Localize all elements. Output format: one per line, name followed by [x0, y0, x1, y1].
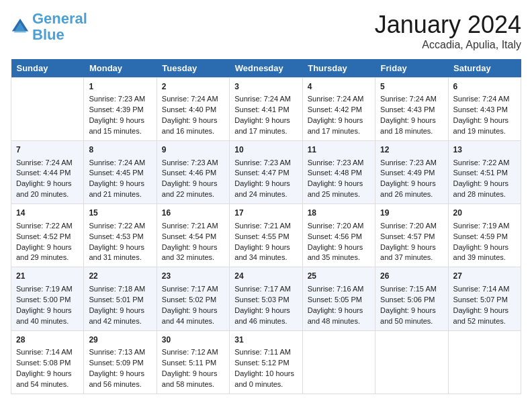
calendar-cell: 18Sunrise: 7:20 AMSunset: 4:56 PMDayligh… — [302, 204, 375, 267]
calendar-cell: 31Sunrise: 7:11 AMSunset: 5:12 PMDayligh… — [230, 330, 302, 394]
calendar-cell: 28Sunrise: 7:14 AMSunset: 5:08 PMDayligh… — [11, 330, 84, 394]
day-info: and 52 minutes. — [453, 316, 516, 327]
day-info: Sunrise: 7:13 AM — [89, 347, 151, 358]
day-info: Daylight: 9 hours — [234, 179, 297, 189]
day-number: 8 — [89, 144, 151, 156]
weekday-thursday: Thursday — [302, 59, 375, 78]
day-number: 28 — [16, 334, 79, 346]
day-info: Daylight: 9 hours — [308, 179, 370, 189]
day-info: Sunrise: 7:19 AM — [453, 221, 516, 232]
day-info: Sunset: 4:51 PM — [453, 168, 516, 179]
day-info: Sunset: 5:00 PM — [16, 295, 79, 306]
weekday-wednesday: Wednesday — [230, 59, 302, 78]
day-info: and 15 minutes. — [89, 126, 151, 137]
day-info: and 37 minutes. — [380, 253, 443, 263]
calendar-cell: 4Sunrise: 7:24 AMSunset: 4:42 PMDaylight… — [302, 78, 375, 141]
day-info: and 35 minutes. — [308, 253, 370, 263]
day-info: Daylight: 9 hours — [16, 242, 79, 253]
day-info: Daylight: 9 hours — [453, 116, 516, 126]
day-info: Daylight: 9 hours — [453, 306, 516, 316]
calendar-cell: 17Sunrise: 7:21 AMSunset: 4:55 PMDayligh… — [230, 204, 302, 267]
day-info: Daylight: 9 hours — [89, 369, 151, 379]
day-info: Sunset: 4:39 PM — [89, 105, 151, 116]
calendar-cell: 5Sunrise: 7:24 AMSunset: 4:43 PMDaylight… — [375, 78, 448, 141]
day-info: and 17 minutes. — [234, 126, 297, 137]
day-info: Sunset: 5:11 PM — [162, 358, 224, 369]
calendar-cell — [11, 78, 84, 141]
calendar-cell — [375, 330, 448, 394]
logo-text: General Blue — [32, 11, 87, 43]
day-info: Daylight: 9 hours — [453, 179, 516, 189]
day-info: Sunrise: 7:20 AM — [308, 221, 370, 232]
day-info: Sunrise: 7:15 AM — [380, 284, 443, 295]
day-info: Daylight: 9 hours — [16, 179, 79, 189]
day-info: Sunset: 4:49 PM — [380, 168, 443, 179]
day-info: Daylight: 9 hours — [308, 242, 370, 253]
day-number: 6 — [453, 81, 516, 93]
day-info: Sunset: 4:43 PM — [453, 105, 516, 116]
day-number: 2 — [162, 81, 224, 93]
calendar-cell: 13Sunrise: 7:22 AMSunset: 4:51 PMDayligh… — [448, 141, 521, 204]
day-info: and 24 minutes. — [234, 189, 297, 200]
calendar-cell — [302, 330, 375, 394]
day-info: Sunset: 5:05 PM — [308, 295, 370, 306]
weekday-saturday: Saturday — [448, 59, 521, 78]
day-number: 4 — [308, 81, 370, 93]
calendar-week-row: 1Sunrise: 7:23 AMSunset: 4:39 PMDaylight… — [11, 78, 521, 141]
day-info: and 17 minutes. — [308, 126, 370, 137]
calendar-cell: 24Sunrise: 7:17 AMSunset: 5:03 PMDayligh… — [230, 267, 302, 330]
calendar-cell: 2Sunrise: 7:24 AMSunset: 4:40 PMDaylight… — [157, 78, 229, 141]
day-info: Sunset: 4:45 PM — [89, 168, 151, 179]
day-info: Sunrise: 7:14 AM — [16, 347, 79, 358]
day-info: Sunset: 4:42 PM — [308, 105, 370, 116]
day-info: and 58 minutes. — [162, 379, 224, 390]
day-info: Daylight: 9 hours — [380, 179, 443, 189]
day-info: Sunset: 4:43 PM — [380, 105, 443, 116]
day-info: and 21 minutes. — [89, 189, 151, 200]
calendar-cell: 12Sunrise: 7:23 AMSunset: 4:49 PMDayligh… — [375, 141, 448, 204]
day-info: and 29 minutes. — [16, 253, 79, 263]
day-info: Daylight: 9 hours — [162, 306, 224, 316]
day-info: Sunrise: 7:19 AM — [16, 284, 79, 295]
day-info: Sunrise: 7:21 AM — [162, 221, 224, 232]
day-number: 7 — [16, 144, 79, 156]
day-info: Daylight: 9 hours — [234, 306, 297, 316]
day-number: 27 — [453, 271, 516, 282]
day-info: Sunrise: 7:11 AM — [234, 347, 297, 358]
day-info: Sunrise: 7:23 AM — [162, 158, 224, 169]
day-info: Sunrise: 7:12 AM — [162, 347, 224, 358]
day-info: Daylight: 9 hours — [234, 242, 297, 253]
day-number: 15 — [89, 208, 151, 219]
day-info: Sunset: 5:01 PM — [89, 295, 151, 306]
day-info: Daylight: 9 hours — [89, 179, 151, 189]
day-info: Sunrise: 7:24 AM — [453, 94, 516, 105]
day-info: Daylight: 9 hours — [234, 116, 297, 126]
day-info: Daylight: 9 hours — [380, 242, 443, 253]
day-info: and 48 minutes. — [308, 316, 370, 327]
day-info: Sunset: 4:46 PM — [162, 168, 224, 179]
day-info: Daylight: 9 hours — [453, 242, 516, 253]
calendar-cell: 25Sunrise: 7:16 AMSunset: 5:05 PMDayligh… — [302, 267, 375, 330]
day-number: 23 — [162, 271, 224, 282]
day-info: Daylight: 9 hours — [162, 242, 224, 253]
day-info: Sunrise: 7:22 AM — [453, 158, 516, 169]
day-info: and 20 minutes. — [16, 189, 79, 200]
day-number: 11 — [308, 144, 370, 156]
weekday-header-row: SundayMondayTuesdayWednesdayThursdayFrid… — [11, 59, 521, 78]
month-title: January 2024 — [375, 11, 521, 39]
day-info: Daylight: 9 hours — [162, 116, 224, 126]
day-info: and 46 minutes. — [234, 316, 297, 327]
day-info: and 0 minutes. — [234, 379, 297, 390]
day-info: Sunrise: 7:14 AM — [453, 284, 516, 295]
calendar-cell: 29Sunrise: 7:13 AMSunset: 5:09 PMDayligh… — [84, 330, 157, 394]
day-number: 17 — [234, 208, 297, 219]
day-info: Sunrise: 7:20 AM — [380, 221, 443, 232]
calendar-cell: 10Sunrise: 7:23 AMSunset: 4:47 PMDayligh… — [230, 141, 302, 204]
day-info: Sunrise: 7:23 AM — [234, 158, 297, 169]
day-info: and 18 minutes. — [380, 126, 443, 137]
day-info: and 39 minutes. — [453, 253, 516, 263]
calendar-cell: 7Sunrise: 7:24 AMSunset: 4:44 PMDaylight… — [11, 141, 84, 204]
day-info: Daylight: 9 hours — [380, 306, 443, 316]
day-info: Daylight: 9 hours — [16, 306, 79, 316]
day-number: 1 — [89, 81, 151, 93]
